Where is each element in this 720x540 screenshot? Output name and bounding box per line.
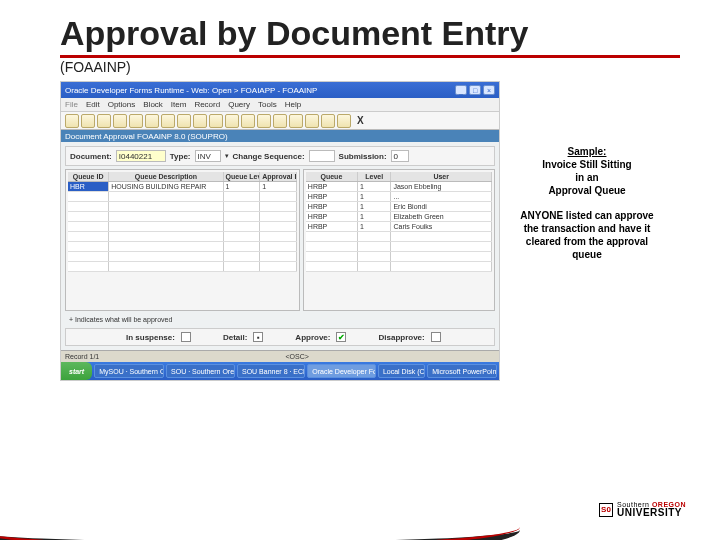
app-window: Oracle Developer Forms Runtime - Web: Op… (60, 81, 500, 381)
taskbar: start MySOU · Southern Or... SOU · South… (61, 362, 499, 380)
table-row[interactable] (68, 192, 297, 202)
disapprove-checkbox[interactable] (431, 332, 441, 342)
col-user: User (391, 172, 492, 181)
toolbar-icon[interactable] (161, 114, 175, 128)
table-row[interactable] (68, 262, 297, 272)
suspense-checkbox[interactable] (181, 332, 191, 342)
right-grid: Queue Level User HRBP1Jason Ebbeling HRB… (303, 169, 495, 311)
toolbar-icon[interactable] (257, 114, 271, 128)
detail-button[interactable]: ▪ (253, 332, 263, 342)
table-row[interactable] (306, 252, 492, 262)
callout-text: ANYONE listed can approve the transactio… (520, 210, 653, 260)
toolbar-icon[interactable] (113, 114, 127, 128)
table-row[interactable] (68, 232, 297, 242)
type-label: Type: (170, 152, 191, 161)
approve-checkbox[interactable]: ✔ (336, 332, 346, 342)
document-label: Document: (70, 152, 112, 161)
toolbar-icon[interactable] (145, 114, 159, 128)
submission-label: Submission: (339, 152, 387, 161)
menu-help[interactable]: Help (285, 100, 301, 109)
start-button[interactable]: start (61, 362, 92, 380)
table-row[interactable] (306, 232, 492, 242)
cell: HRBP (306, 182, 358, 191)
toolbar-icon[interactable] (97, 114, 111, 128)
taskbar-item[interactable]: Microsoft PowerPoint ... (427, 364, 497, 378)
minimize-button[interactable]: _ (455, 85, 467, 95)
toolbar-icon[interactable] (129, 114, 143, 128)
table-row[interactable]: HRBP1Jason Ebbeling (306, 182, 492, 192)
table-row[interactable]: HRBP1Caris Fouiks (306, 222, 492, 232)
toolbar-icon[interactable] (241, 114, 255, 128)
cell: 1 (358, 182, 392, 191)
cell-queue-id: HBR (68, 182, 109, 191)
status-mid: <OSC> (285, 353, 308, 360)
callout-heading: Sample: (512, 145, 662, 158)
change-seq-field[interactable] (309, 150, 335, 162)
toolbar-icon[interactable] (289, 114, 303, 128)
maximize-button[interactable]: □ (469, 85, 481, 95)
window-titlebar[interactable]: Oracle Developer Forms Runtime - Web: Op… (61, 82, 499, 98)
menu-item[interactable]: Item (171, 100, 187, 109)
toolbar-icon[interactable] (305, 114, 319, 128)
table-row[interactable] (306, 242, 492, 252)
taskbar-item[interactable]: Oracle Developer For... (307, 364, 376, 378)
cell: HRBP (306, 222, 358, 231)
table-row[interactable] (68, 222, 297, 232)
toolbar-icon[interactable] (193, 114, 207, 128)
col-queue-id: Queue ID (68, 172, 109, 181)
toolbar-icon[interactable] (81, 114, 95, 128)
cell: Eric Biondi (391, 202, 492, 211)
cell: HRBP (306, 202, 358, 211)
approve-label: Approve: (295, 333, 330, 342)
cell-approval-level: 1 (260, 182, 297, 191)
taskbar-item[interactable]: SOU · Southern Oreg... (166, 364, 235, 378)
taskbar-item[interactable]: Local Disk (C:) (378, 364, 425, 378)
submission-field[interactable]: 0 (391, 150, 409, 162)
document-field[interactable]: I0440221 (116, 150, 166, 162)
menu-block[interactable]: Block (143, 100, 163, 109)
table-row[interactable]: HRBP1... (306, 192, 492, 202)
callout-line: Approval Queue (548, 185, 625, 196)
cell-queue-desc: HOUSING BUILDING REPAIR (109, 182, 223, 191)
toolbar-icon[interactable] (177, 114, 191, 128)
toolbar-icon[interactable] (337, 114, 351, 128)
table-row[interactable] (68, 242, 297, 252)
toolbar-icon[interactable] (225, 114, 239, 128)
logo: S0 Southern OREGON UNIVERSITY (599, 501, 686, 518)
table-row[interactable] (306, 262, 492, 272)
slide-title: Approval by Document Entry (60, 14, 680, 53)
form-title: Document Approval FOAAINP 8.0 (SOUPRO) (61, 130, 499, 142)
detail-label: Detail: (223, 333, 247, 342)
status-bar: Record 1/1 <OSC> (61, 350, 499, 362)
cell: HRBP (306, 212, 358, 221)
toolbar-icon[interactable] (273, 114, 287, 128)
toolbar-icon[interactable] (209, 114, 223, 128)
cell: 1 (358, 202, 392, 211)
type-field[interactable]: INV (195, 150, 221, 162)
menu-tools[interactable]: Tools (258, 100, 277, 109)
table-row[interactable] (68, 252, 297, 262)
cell-queue-level: 1 (224, 182, 261, 191)
taskbar-item[interactable]: MySOU · Southern Or... (94, 364, 164, 378)
menu-record[interactable]: Record (194, 100, 220, 109)
callout-line: Invoice Still Sitting (542, 159, 631, 170)
menu-query[interactable]: Query (228, 100, 250, 109)
table-row[interactable]: HBR HOUSING BUILDING REPAIR 1 1 (68, 182, 297, 192)
left-grid: Queue ID Queue Description Queue Level A… (65, 169, 300, 311)
menu-edit[interactable]: Edit (86, 100, 100, 109)
close-button[interactable]: × (483, 85, 495, 95)
table-row[interactable] (68, 202, 297, 212)
controls-panel: In suspense: Detail: ▪ Approve: ✔ Disapp… (65, 328, 495, 346)
toolbar-icon[interactable] (65, 114, 79, 128)
menu-file[interactable]: File (65, 100, 78, 109)
taskbar-item[interactable]: SOU Banner 8 · ECH... (237, 364, 305, 378)
menu-options[interactable]: Options (108, 100, 136, 109)
toolbar-icon[interactable] (321, 114, 335, 128)
toolbar-close-icon[interactable]: X (357, 115, 364, 126)
title-underline (60, 55, 680, 58)
table-row[interactable]: HRBP1Elizabeth Green (306, 212, 492, 222)
swoosh-decoration (0, 502, 520, 528)
slide-subtitle: (FOAAINP) (60, 59, 680, 75)
table-row[interactable]: HRBP1Eric Biondi (306, 202, 492, 212)
table-row[interactable] (68, 212, 297, 222)
